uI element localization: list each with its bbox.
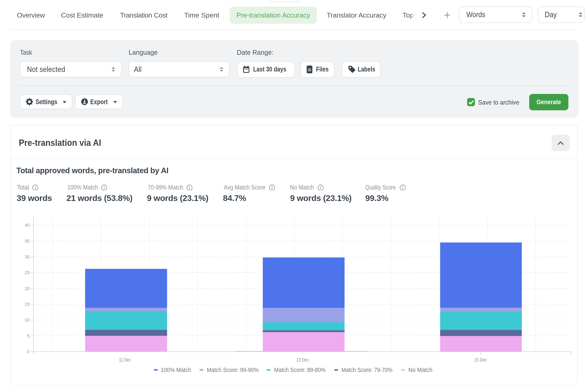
svg-text:Match Score: 79-70%: Match Score: 79-70% (341, 367, 392, 373)
svg-text:No Match: No Match (408, 367, 432, 373)
svg-text:11 Dec: 11 Dec (119, 357, 131, 363)
svg-text:15: 15 (25, 302, 30, 307)
svg-text:20: 20 (25, 286, 30, 291)
svg-text:25: 25 (25, 270, 30, 275)
svg-text:100% Match: 100% Match (161, 367, 191, 373)
svg-text:0: 0 (27, 349, 30, 354)
svg-text:13 Dec: 13 Dec (296, 357, 309, 363)
svg-text:Match Score: 99-90%: Match Score: 99-90% (207, 367, 259, 373)
svg-text:30: 30 (25, 254, 30, 259)
svg-text:35: 35 (25, 238, 30, 244)
svg-text:5: 5 (27, 333, 30, 339)
svg-text:10: 10 (25, 317, 30, 322)
svg-text:15 Dec: 15 Dec (474, 357, 487, 363)
svg-text:40: 40 (25, 223, 30, 228)
svg-text:Match Score: 89-80%: Match Score: 89-80% (274, 367, 326, 373)
